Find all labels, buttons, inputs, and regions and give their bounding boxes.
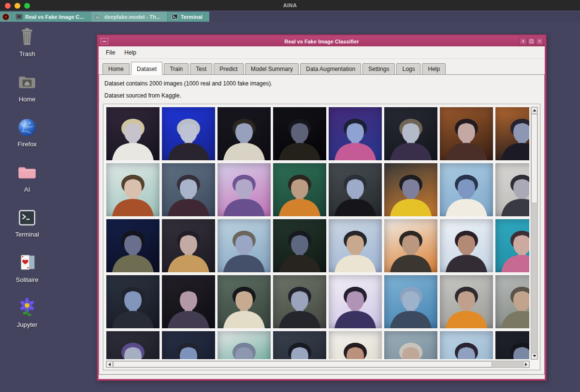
desktop-icon-label: Jupyter: [6, 321, 48, 328]
taskbar-window-list: Real vs Fake Image C... deepfake-model -…: [0, 12, 209, 22]
dataset-face-image: [273, 275, 326, 328]
horizontal-scrollbar[interactable]: [106, 361, 530, 368]
scroll-down-button[interactable]: [531, 353, 537, 359]
dataset-face-image: [162, 331, 215, 359]
taskbar-item-label: deepfake-model - Th...: [104, 14, 160, 20]
tab-train[interactable]: Train: [164, 63, 188, 75]
dataset-face-image: [329, 163, 382, 216]
tab-settings[interactable]: Settings: [362, 63, 395, 75]
dataset-face-image: [440, 219, 493, 272]
tab-logs[interactable]: Logs: [396, 63, 420, 75]
desktop-icon-firefox[interactable]: Firefox: [6, 116, 48, 148]
minimize-icon: [522, 41, 524, 42]
dataset-face-image: [329, 275, 382, 328]
window-close-button[interactable]: ×: [536, 38, 543, 45]
window-body: File Help Home Dataset Train Test Predic…: [99, 46, 545, 379]
tab-data-augmentation[interactable]: Data Augmentation: [300, 63, 361, 75]
menu-file[interactable]: File: [106, 49, 115, 56]
window-maximize-button[interactable]: [528, 38, 535, 45]
scroll-right-button[interactable]: [523, 361, 529, 367]
desktop-icon-terminal[interactable]: Terminal: [6, 207, 48, 238]
system-title: AINA: [283, 2, 297, 8]
dataset-face-image: [440, 107, 493, 160]
dataset-face-image: [384, 219, 437, 272]
taskbar: Real vs Fake Image C... deepfake-model -…: [0, 12, 580, 22]
dataset-face-image: [273, 163, 326, 216]
taskbar-item-label: Real vs Fake Image C...: [25, 14, 84, 20]
tab-model-summary[interactable]: Model Summary: [245, 63, 299, 75]
dataset-face-image: [218, 107, 271, 160]
tab-predict[interactable]: Predict: [214, 63, 243, 75]
vertical-scroll-thumb[interactable]: [531, 114, 537, 203]
close-traffic-button[interactable]: [5, 3, 11, 9]
arrow-right-icon: [525, 363, 527, 366]
tab-test[interactable]: Test: [190, 63, 212, 75]
menu-help[interactable]: Help: [124, 49, 136, 56]
desktop-icon-ai-folder[interactable]: AI: [6, 162, 48, 193]
playing-cards-icon: [16, 252, 38, 274]
system-menubar: AINA: [0, 0, 580, 11]
dataset-face-image: [384, 275, 437, 328]
pink-folder-icon: [16, 162, 38, 184]
terminal-app-icon: [16, 207, 38, 229]
desktop-icon-label: Trash: [6, 50, 48, 57]
tab-home[interactable]: Home: [102, 63, 130, 75]
desktop-icon-home[interactable]: Home: [6, 71, 48, 103]
dataset-face-image: [329, 331, 382, 359]
tab-dataset[interactable]: Dataset: [131, 62, 162, 75]
dataset-grid: [106, 107, 529, 359]
tab-help[interactable]: Help: [422, 63, 446, 75]
flower-icon: [16, 297, 38, 319]
taskbar-item-terminal[interactable]: Terminal: [167, 12, 209, 22]
record-icon: [2, 14, 9, 20]
dataset-face-image: [329, 219, 382, 272]
window-title: Real vs Fake Image Classifier: [99, 39, 545, 44]
scroll-up-button[interactable]: [531, 107, 537, 113]
taskbar-item-label: Terminal: [181, 14, 203, 20]
dataset-face-image: [218, 331, 271, 359]
arrow-up-icon: [533, 109, 536, 112]
window-titlebar[interactable]: Real vs Fake Image Classifier ×: [99, 36, 545, 46]
dataset-tab-panel: Dataset contains 2000 images (1000 real …: [99, 74, 545, 375]
dataset-face-image: [162, 107, 215, 160]
dataset-face-image: [495, 331, 529, 359]
arrow-left-icon: [108, 363, 111, 366]
desktop-icon-trash[interactable]: Trash: [6, 26, 48, 57]
home-folder-icon: [16, 71, 38, 94]
dataset-face-image: [106, 275, 160, 328]
vertical-scrollbar[interactable]: [531, 107, 538, 360]
window-minimize-button[interactable]: [520, 38, 527, 45]
dataset-face-image: [218, 163, 271, 216]
close-icon: ×: [538, 39, 541, 44]
scroll-left-button[interactable]: [106, 361, 113, 367]
dataset-face-image: [106, 331, 160, 359]
desktop-icon-label: Terminal: [6, 231, 48, 238]
maximize-icon: [530, 40, 533, 43]
dataset-face-image: [218, 275, 271, 328]
taskbar-item-classifier[interactable]: Real vs Fake Image C...: [12, 12, 91, 22]
horizontal-scroll-thumb[interactable]: [113, 361, 492, 367]
dataset-face-image: [440, 163, 493, 216]
taskbar-item-deepfake-model[interactable]: deepfake-model - Th...: [91, 12, 167, 22]
minimize-traffic-button[interactable]: [14, 3, 20, 9]
dataset-face-image: [384, 163, 437, 216]
desktop-icon-label: AI: [6, 186, 48, 193]
trash-icon: [16, 26, 38, 48]
dataset-grid-frame: [103, 104, 540, 370]
firefox-icon: [16, 116, 38, 139]
dataset-face-image: [329, 107, 382, 160]
dataset-face-image: [440, 331, 493, 359]
screen-record-indicator[interactable]: [0, 12, 12, 22]
dataset-face-image: [273, 107, 326, 160]
terminal-icon: [172, 14, 178, 19]
app-window: Real vs Fake Image Classifier × File Hel…: [97, 35, 546, 380]
app-menubar: File Help: [99, 46, 545, 59]
desktop-icon-jupyter[interactable]: Jupyter: [6, 297, 48, 328]
dataset-grid-viewport: [106, 107, 529, 359]
dataset-face-image: [273, 331, 326, 359]
desktop-icon-solitaire[interactable]: Solitaire: [6, 252, 48, 283]
dataset-face-image: [106, 219, 160, 272]
maximize-traffic-button[interactable]: [24, 3, 30, 9]
dataset-face-image: [106, 107, 160, 160]
desktop: AINA Real vs Fake Image C... deepfake-mo…: [0, 0, 580, 392]
